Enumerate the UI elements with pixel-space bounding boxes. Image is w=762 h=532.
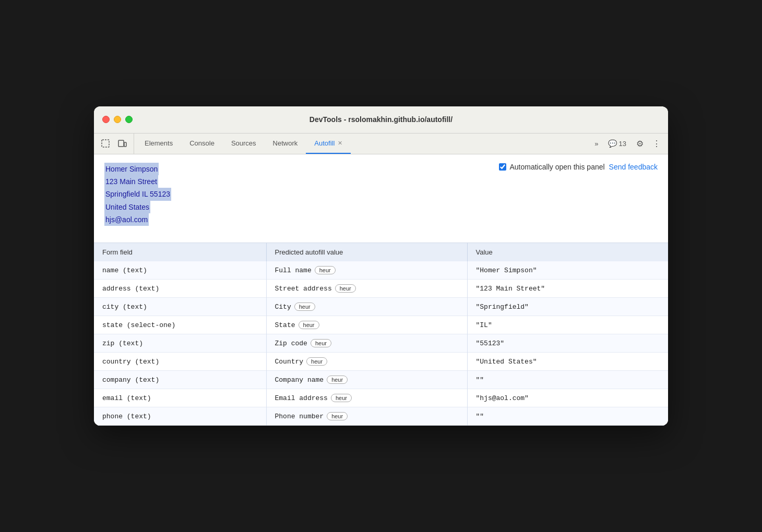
svg-rect-1 xyxy=(118,140,124,147)
cell-value: "55123" xyxy=(467,334,668,353)
cell-value: "" xyxy=(467,371,668,389)
send-feedback-link[interactable]: Send feedback xyxy=(609,163,658,171)
cell-predicted: Phone numberheur xyxy=(266,407,467,426)
heur-badge: heur xyxy=(327,376,348,384)
address-preview: Homer Simpson 123 Main Street Springfiel… xyxy=(104,163,171,226)
cell-form-field: name (text) xyxy=(94,261,266,280)
cell-form-field: city (text) xyxy=(94,298,266,316)
heur-badge: heur xyxy=(327,412,348,420)
more-options-button[interactable]: ⋮ xyxy=(649,136,664,151)
tab-autofill[interactable]: Autofill ✕ xyxy=(306,134,351,154)
table-header: Form field Predicted autofill value Valu… xyxy=(94,243,668,261)
table-row: zip (text)Zip codeheur"55123" xyxy=(94,334,668,353)
table-row: city (text)Cityheur"Springfield" xyxy=(94,298,668,316)
table-row: country (text)Countryheur"United States" xyxy=(94,353,668,371)
maximize-button[interactable] xyxy=(125,116,133,123)
cell-predicted: Cityheur xyxy=(266,298,467,316)
table-row: name (text)Full nameheur"Homer Simpson" xyxy=(94,261,668,280)
heur-badge: heur xyxy=(331,394,352,402)
cell-predicted: Zip codeheur xyxy=(266,334,467,353)
table-body: name (text)Full nameheur"Homer Simpson"a… xyxy=(94,261,668,426)
messages-badge[interactable]: 💬 13 xyxy=(604,138,630,149)
heur-badge: heur xyxy=(335,284,356,293)
cell-value: "" xyxy=(467,407,668,426)
close-button[interactable] xyxy=(102,116,110,123)
toolbar: Elements Console Sources Network Autofil… xyxy=(94,134,668,154)
cell-form-field: zip (text) xyxy=(94,334,266,353)
table-row: email (text)Email addressheur"hjs@aol.co… xyxy=(94,389,668,407)
window-title: DevTools - rsolomakhin.github.io/autofil… xyxy=(309,115,453,124)
cell-form-field: email (text) xyxy=(94,389,266,407)
traffic-lights xyxy=(102,116,133,123)
address-line-4: United States xyxy=(104,201,150,213)
cell-predicted: Email addressheur xyxy=(266,389,467,407)
cell-predicted: Full nameheur xyxy=(266,261,467,280)
cell-form-field: state (select-one) xyxy=(94,316,266,334)
table-header-row: Form field Predicted autofill value Valu… xyxy=(94,243,668,261)
auto-open-checkbox[interactable] xyxy=(499,163,506,171)
cell-value: "IL" xyxy=(467,316,668,334)
gear-icon: ⚙ xyxy=(636,139,644,149)
auto-open-section: Automatically open this panel Send feedb… xyxy=(499,163,658,171)
device-icon[interactable] xyxy=(115,136,129,151)
cell-predicted: Stateheur xyxy=(266,316,467,334)
table-row: company (text)Company nameheur"" xyxy=(94,371,668,389)
vertical-dots-icon: ⋮ xyxy=(652,139,661,149)
auto-open-checkbox-wrapper: Automatically open this panel xyxy=(499,163,604,171)
svg-rect-0 xyxy=(102,140,109,147)
heur-badge: heur xyxy=(315,266,336,274)
cursor-icon[interactable] xyxy=(98,136,113,151)
autofill-header: Homer Simpson 123 Main Street Springfiel… xyxy=(104,163,658,226)
address-line-3: Springfield IL 55123 xyxy=(104,188,171,200)
cell-value: "Homer Simpson" xyxy=(467,261,668,280)
cell-value: "Springfield" xyxy=(467,298,668,316)
tab-close-icon[interactable]: ✕ xyxy=(338,140,342,147)
minimize-button[interactable] xyxy=(114,116,121,123)
toolbar-icons xyxy=(98,134,134,154)
autofill-panel: Homer Simpson 123 Main Street Springfiel… xyxy=(94,154,668,243)
address-line-2: 123 Main Street xyxy=(104,175,158,188)
toolbar-right: » 💬 13 ⚙ ⋮ xyxy=(591,134,664,154)
messages-icon: 💬 xyxy=(608,139,617,148)
table-row: phone (text)Phone numberheur"" xyxy=(94,407,668,426)
cell-value: "123 Main Street" xyxy=(467,280,668,298)
cell-predicted: Company nameheur xyxy=(266,371,467,389)
tab-elements[interactable]: Elements xyxy=(136,134,181,154)
svg-rect-2 xyxy=(124,142,126,147)
col-header-form-field: Form field xyxy=(94,243,266,261)
auto-open-label: Automatically open this panel xyxy=(509,163,604,171)
heur-badge: heur xyxy=(311,339,331,347)
cell-value: "United States" xyxy=(467,353,668,371)
address-line-1: Homer Simpson xyxy=(104,163,159,175)
col-header-value: Value xyxy=(467,243,668,261)
cell-predicted: Street addressheur xyxy=(266,280,467,298)
tab-network[interactable]: Network xyxy=(265,134,306,154)
tab-console[interactable]: Console xyxy=(181,134,223,154)
cell-value: "hjs@aol.com" xyxy=(467,389,668,407)
address-line-5: hjs@aol.com xyxy=(104,213,149,226)
cell-form-field: country (text) xyxy=(94,353,266,371)
autofill-table: Form field Predicted autofill value Valu… xyxy=(94,243,668,426)
titlebar: DevTools - rsolomakhin.github.io/autofil… xyxy=(94,106,668,134)
table-row: address (text)Street addressheur"123 Mai… xyxy=(94,280,668,298)
table-row: state (select-one)Stateheur"IL" xyxy=(94,316,668,334)
cell-predicted: Countryheur xyxy=(266,353,467,371)
cell-form-field: phone (text) xyxy=(94,407,266,426)
col-header-predicted: Predicted autofill value xyxy=(266,243,467,261)
heur-badge: heur xyxy=(299,321,319,329)
heur-badge: heur xyxy=(294,303,315,311)
panel-content: Homer Simpson 123 Main Street Springfiel… xyxy=(94,154,668,426)
cell-form-field: company (text) xyxy=(94,371,266,389)
cell-form-field: address (text) xyxy=(94,280,266,298)
more-tabs-button[interactable]: » xyxy=(591,140,601,148)
devtools-window: DevTools - rsolomakhin.github.io/autofil… xyxy=(94,106,668,426)
tabs: Elements Console Sources Network Autofil… xyxy=(136,134,591,154)
settings-button[interactable]: ⚙ xyxy=(633,136,647,151)
tab-sources[interactable]: Sources xyxy=(223,134,265,154)
heur-badge: heur xyxy=(306,357,327,366)
